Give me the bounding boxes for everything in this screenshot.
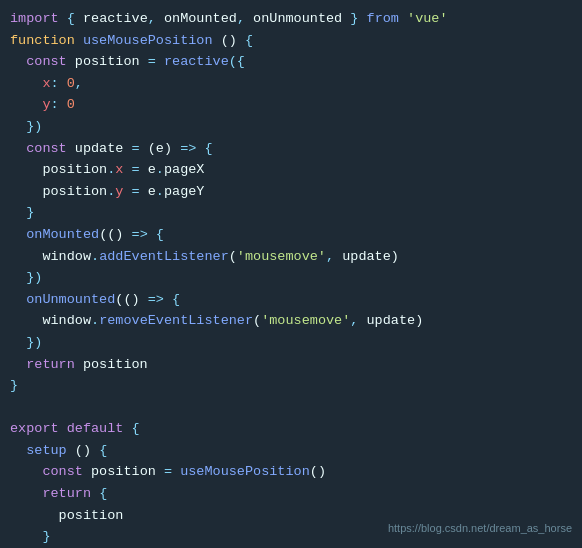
code-line-21: setup () {	[10, 440, 572, 462]
code-line-13: })	[10, 267, 572, 289]
code-line-14: onUnmounted(() => {	[10, 289, 572, 311]
code-line-3: const position = reactive({	[10, 51, 572, 73]
code-line-2: function useMousePosition () {	[10, 30, 572, 52]
code-line-8: position.x = e.pageX	[10, 159, 572, 181]
code-line-20: export default {	[10, 418, 572, 440]
watermark-text: https://blog.csdn.net/dream_as_horse	[388, 520, 572, 538]
code-line-4: x: 0,	[10, 73, 572, 95]
keyword-import: import	[10, 11, 59, 26]
code-line-9: position.y = e.pageY	[10, 181, 572, 203]
code-line-19	[10, 397, 572, 419]
code-line-23: return {	[10, 483, 572, 505]
code-line-16: })	[10, 332, 572, 354]
code-editor: import { reactive, onMounted, onUnmounte…	[0, 0, 582, 548]
code-line-1: import { reactive, onMounted, onUnmounte…	[10, 8, 572, 30]
code-line-6: })	[10, 116, 572, 138]
code-line-10: }	[10, 202, 572, 224]
code-line-11: onMounted(() => {	[10, 224, 572, 246]
code-line-7: const update = (e) => {	[10, 138, 572, 160]
code-line-5: y: 0	[10, 94, 572, 116]
code-line-18: }	[10, 375, 572, 397]
code-line-17: return position	[10, 354, 572, 376]
code-line-22: const position = useMousePosition()	[10, 461, 572, 483]
code-line-15: window.removeEventListener('mousemove', …	[10, 310, 572, 332]
code-line-12: window.addEventListener('mousemove', upd…	[10, 246, 572, 268]
